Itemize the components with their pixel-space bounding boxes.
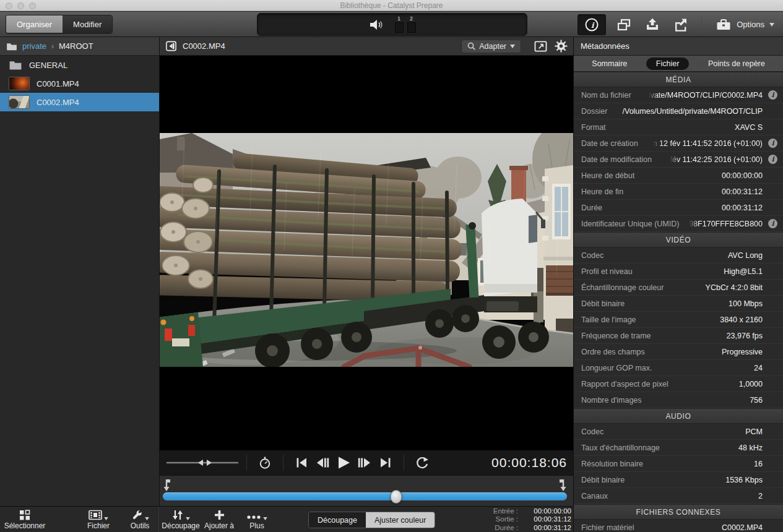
metadata-field-value: 23,976 fps: [727, 332, 763, 340]
metadata-row: Résolution binaire16: [574, 456, 783, 472]
channel-2-meter: [407, 22, 416, 33]
minimize-window-icon[interactable]: [17, 2, 24, 9]
metadata-field-value: 1,0000: [739, 380, 763, 388]
video-stage[interactable]: [160, 56, 573, 450]
metadata-field-label: Codec: [581, 427, 603, 436]
metadata-field-label: Rapport d'aspect de pixel: [581, 380, 668, 388]
loop-playback-button[interactable]: [412, 453, 433, 472]
tools-menu-button[interactable]: Outils: [121, 508, 158, 531]
edit-mode-switcher: Découpage Ajuster couleur: [308, 512, 435, 528]
loop-icon: [415, 456, 430, 470]
metadata-field-label: Nombre d'images: [581, 396, 642, 405]
main-toolbar: Organiser Modifier 1 2: [0, 12, 783, 37]
trim-time-row: Durée :00:00:31:12: [493, 524, 571, 532]
metadata-field-label: Ordre des champs: [581, 348, 645, 356]
playhead[interactable]: [391, 490, 402, 504]
metadata-field-value: AVC Long: [728, 251, 763, 260]
svg-text:i: i: [591, 21, 595, 30]
mark-in-icon[interactable]: [162, 478, 171, 493]
metadata-field-value: fév 11:42:25 2016 (+01:00): [670, 155, 763, 164]
file-menu-button[interactable]: Fichier: [73, 508, 124, 531]
select-button[interactable]: Sélectionner: [0, 508, 50, 531]
channel-1-label: 1: [397, 16, 400, 22]
trim-times: Entrée :00:00:00:00Sortie :00:00:31:12Du…: [493, 507, 571, 532]
toolbox-icon: [716, 18, 732, 32]
metadata-field-value: XAVC S: [735, 123, 763, 132]
metadata-row: Débit binaire1536 Kbps: [574, 472, 783, 488]
metadata-field-label: Résolution binaire: [581, 460, 643, 468]
go-to-end-button[interactable]: [375, 453, 396, 472]
speaker-icon[interactable]: [369, 19, 384, 31]
timeline-selection-bar[interactable]: [163, 492, 567, 500]
sidebar-item-label: C0002.MP4: [37, 98, 79, 107]
zoom-window-icon[interactable]: [29, 2, 36, 9]
window-controls[interactable]: [6, 2, 36, 9]
tab-points-de-repere[interactable]: Points de repère: [698, 58, 775, 70]
play-button[interactable]: [333, 453, 354, 472]
next-frame-button[interactable]: [354, 453, 375, 472]
gear-icon[interactable]: [555, 40, 568, 53]
metadata-field-label: Débit binaire: [581, 299, 625, 308]
metadata-field-label: Date de création: [581, 139, 638, 148]
metadata-row: Durée00:00:31:12: [574, 200, 783, 216]
mode-switcher: Organiser Modifier: [6, 15, 113, 33]
safe-area-icon[interactable]: [534, 41, 547, 52]
trim-time-value: 00:00:31:12: [522, 515, 571, 523]
inspector-toggle-button[interactable]: i: [578, 14, 606, 35]
preview-header: C0002.MP4 Adapter: [160, 37, 573, 56]
options-button[interactable]: Options: [712, 18, 778, 32]
add-to-button[interactable]: Ajouter à: [199, 508, 239, 531]
shuttle-slider[interactable]: [166, 457, 239, 468]
metadata-field-label: Canaux: [581, 492, 608, 500]
trim-mode-button[interactable]: Découpage: [309, 512, 366, 528]
metadata-field-value: 00:00:00:00: [722, 171, 763, 180]
trim-time-value: 00:00:31:12: [522, 524, 571, 532]
chevron-down-icon: [769, 23, 774, 27]
wrench-icon: [131, 509, 143, 520]
play-speed-timer-button[interactable]: [254, 453, 275, 472]
button-label: Outils: [131, 521, 150, 530]
share-button[interactable]: [670, 14, 691, 35]
clip-bin-button[interactable]: [613, 14, 634, 35]
tab-sommaire[interactable]: Sommaire: [582, 58, 637, 70]
metadata-field-label: Taille de l'image: [581, 315, 636, 324]
metadata-row: Identificateur Unique (UMID)98F170FFFE8C…: [574, 216, 783, 232]
export-button[interactable]: [642, 14, 663, 35]
info-icon[interactable]: i: [768, 155, 777, 164]
folder-icon: [9, 60, 22, 70]
metadata-field-value: 00:00:31:12: [722, 187, 763, 196]
go-to-start-button[interactable]: [291, 453, 312, 472]
toolbar-right-actions: i: [578, 12, 778, 37]
clip-icon[interactable]: [165, 40, 177, 52]
color-adjust-mode-button[interactable]: Ajuster couleur: [366, 512, 435, 528]
mark-out-icon[interactable]: [558, 478, 568, 493]
trim-menu-button[interactable]: Découpage: [161, 508, 201, 531]
previous-frame-button[interactable]: [312, 453, 333, 472]
stacked-windows-icon: [616, 17, 632, 32]
more-menu-button[interactable]: Plus: [239, 508, 275, 531]
zoom-mode-dropdown[interactable]: Adapter: [461, 40, 521, 53]
metadata-field-value: 98F170FFFE8CB800: [689, 220, 763, 228]
sidebar-item-c0001[interactable]: C0001.MP4: [0, 74, 159, 93]
metadata-field-value: 24: [754, 364, 763, 372]
timeline-track[interactable]: [163, 492, 567, 500]
sidebar-item-label: GENERAL: [29, 61, 67, 70]
metadata-panel: Métadonnées Sommaire Fichier Points de r…: [573, 37, 783, 532]
metadata-row: CodecPCM: [574, 424, 783, 440]
timeline[interactable]: [160, 475, 573, 506]
edit-tab[interactable]: Modifier: [63, 15, 112, 33]
close-window-icon[interactable]: [6, 2, 12, 9]
clip-thumbnail: [9, 77, 30, 90]
info-icon[interactable]: i: [768, 219, 777, 228]
sidebar-item-general[interactable]: GENERAL: [0, 56, 159, 74]
info-icon[interactable]: i: [768, 139, 777, 148]
organize-tab[interactable]: Organiser: [6, 15, 63, 33]
metadata-field-label: Durée: [581, 204, 602, 212]
sidebar-item-c0002[interactable]: C0002.MP4: [0, 93, 159, 111]
tab-fichier[interactable]: Fichier: [646, 58, 690, 70]
info-icon[interactable]: i: [768, 90, 777, 100]
chevron-down-icon: [263, 517, 267, 520]
trim-time-label: Durée :: [495, 524, 518, 531]
metadata-field-value: C0002.MP4: [722, 523, 763, 532]
breadcrumb-parent[interactable]: private: [22, 41, 46, 51]
